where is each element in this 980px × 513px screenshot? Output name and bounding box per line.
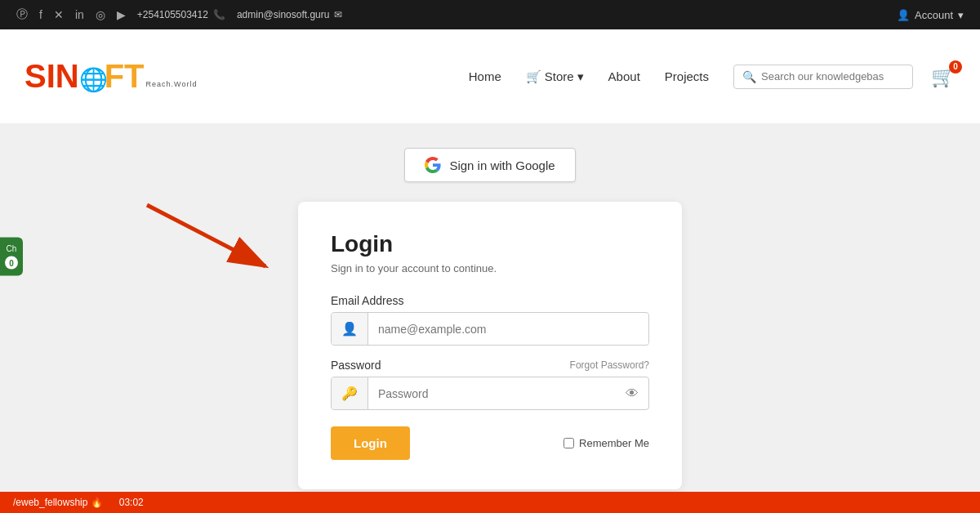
twitter-icon[interactable]: ✕: [54, 8, 64, 21]
password-input-wrapper: 🔑 👁: [331, 377, 649, 410]
nav-projects-label: Projects: [665, 69, 709, 83]
topbar-left: Ⓟ f ✕ in ◎ ▶ +254105503412 📞 admin@sinos…: [16, 7, 884, 22]
email-field-group: Email Address 👤: [331, 294, 649, 346]
nav-store-label: Store: [545, 69, 574, 83]
password-field-group: Password Forgot Password? 🔑 👁: [331, 359, 649, 410]
password-input[interactable]: [368, 379, 616, 408]
linkedin-icon[interactable]: in: [75, 8, 84, 21]
search-icon: 🔍: [742, 70, 756, 83]
email-input[interactable]: [368, 314, 648, 344]
remember-me-checkbox[interactable]: [564, 438, 574, 448]
logo-ft: FT: [105, 58, 145, 95]
google-signin-button[interactable]: Sign in with Google: [404, 148, 575, 182]
nav-home[interactable]: Home: [469, 69, 501, 83]
nav-home-label: Home: [469, 69, 501, 83]
nav-about-label: About: [608, 69, 640, 83]
login-button[interactable]: Login: [331, 426, 410, 460]
email-label-row: Email Address: [331, 294, 649, 307]
cart-button[interactable]: 🛒 0: [931, 65, 956, 88]
nav-store[interactable]: 🛒 Store ▾: [526, 69, 584, 84]
logo-globe-icon: 🌐: [79, 66, 108, 93]
bottombar-text: /eweb_fellowship 🔥: [13, 497, 103, 508]
login-title: Login: [331, 231, 649, 257]
forgot-password-link[interactable]: Forgot Password?: [570, 359, 649, 371]
account-menu[interactable]: 👤 Account ▾: [897, 9, 964, 21]
toggle-password-icon[interactable]: 👁: [616, 378, 648, 409]
cart-small-icon: 🛒: [526, 69, 541, 84]
key-icon: 🔑: [332, 377, 368, 409]
store-dropdown-icon: ▾: [577, 69, 584, 84]
phone-icon: 📞: [213, 9, 225, 20]
chat-badge: 0: [5, 256, 18, 270]
arrow-indicator: [122, 189, 302, 290]
password-label: Password: [331, 359, 381, 372]
email-input-wrapper: 👤: [331, 312, 649, 346]
main-content: Sign in with Google Login Sign in to you…: [0, 123, 980, 513]
user-icon: 👤: [332, 313, 368, 345]
login-subtitle: Sign in to your account to continue.: [331, 262, 649, 274]
chat-widget-label: Ch: [7, 244, 17, 253]
search-bar[interactable]: 🔍: [733, 65, 913, 89]
nav-projects[interactable]: Projects: [665, 69, 709, 83]
google-logo-icon: [425, 157, 441, 173]
email-icon: ✉: [334, 9, 342, 20]
topbar: Ⓟ f ✕ in ◎ ▶ +254105503412 📞 admin@sinos…: [0, 0, 980, 29]
password-label-row: Password Forgot Password?: [331, 359, 649, 372]
remember-me-text: Remember Me: [579, 437, 649, 449]
search-input[interactable]: [761, 70, 904, 83]
logo-tagline: Reach.World: [146, 80, 198, 88]
youtube-icon[interactable]: ▶: [117, 8, 126, 21]
logo[interactable]: SIN 🌐 FT Reach.World: [24, 58, 197, 95]
account-label: Account: [915, 9, 953, 21]
email-label: Email Address: [331, 294, 403, 307]
nav-about[interactable]: About: [608, 69, 640, 83]
phone-text: +254105503412: [137, 9, 208, 20]
google-signin-label: Sign in with Google: [449, 158, 555, 172]
logo-sin: SIN: [24, 58, 79, 95]
chevron-down-icon: ▾: [958, 9, 964, 21]
account-icon: 👤: [897, 9, 910, 21]
main-nav: Home 🛒 Store ▾ About Projects: [469, 69, 709, 84]
login-card: Login Sign in to your account to continu…: [298, 202, 682, 489]
email-contact: admin@sinosoft.guru ✉: [237, 9, 343, 20]
form-bottom-row: Login Remember Me: [331, 426, 649, 460]
header: SIN 🌐 FT Reach.World Home 🛒 Store ▾ Abou…: [0, 29, 980, 123]
phone-contact: +254105503412 📞: [137, 9, 225, 20]
chat-widget[interactable]: Ch 0: [0, 238, 23, 276]
tiktok-icon[interactable]: Ⓟ: [16, 7, 28, 22]
cart-badge: 0: [949, 60, 962, 74]
facebook-icon[interactable]: f: [39, 8, 42, 21]
email-text: admin@sinosoft.guru: [237, 9, 330, 20]
svg-line-1: [147, 205, 265, 266]
bottombar: /eweb_fellowship 🔥 03:02: [0, 492, 980, 513]
bottombar-time: 03:02: [119, 497, 144, 508]
instagram-icon[interactable]: ◎: [96, 8, 105, 21]
remember-me-label[interactable]: Remember Me: [564, 437, 649, 449]
